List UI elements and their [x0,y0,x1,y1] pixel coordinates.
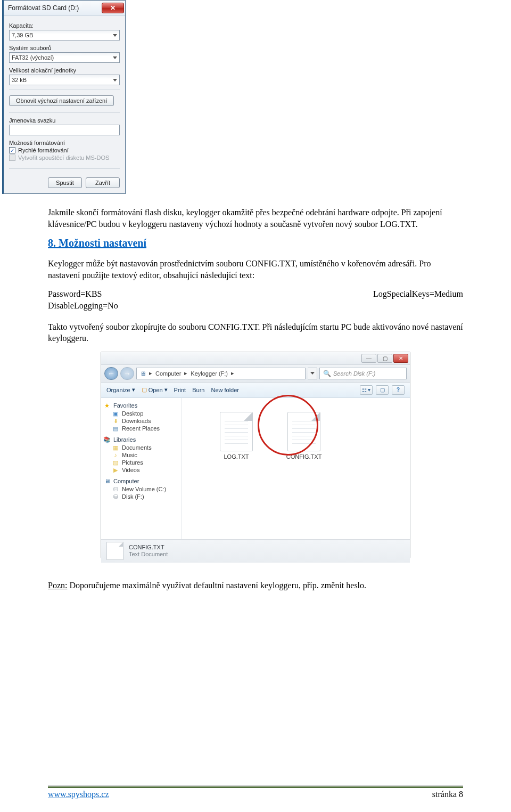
paragraph-1: Jakmile skončí formátování flash disku, … [48,207,463,230]
volume-label: Jmenovka svazku [9,117,120,124]
explorer-window: — ▢ ✕ ← → 🖥 ▸ Computer ▸ Keylogger (F:) … [101,352,410,558]
config-line: DisableLogging=No [48,300,118,312]
preview-pane-button[interactable]: ▢ [376,385,389,395]
window-controls: — ▢ ✕ [101,352,410,365]
sidebar-item-pictures[interactable]: ▧Pictures [103,459,179,466]
chevron-down-icon [113,34,117,37]
paragraph-2: Keylogger může být nastavován prostředni… [48,258,463,281]
quick-format-checkbox[interactable]: ✓ [9,147,15,153]
chevron-down-icon [113,56,117,59]
new-folder-button[interactable]: New folder [211,387,239,393]
maximize-button[interactable]: ▢ [377,354,392,363]
sidebar-item-recent[interactable]: ▤Recent Places [103,425,179,432]
downloads-icon: ⬇ [112,418,119,424]
favorites-icon: ★ [103,402,111,409]
toolbar: Organize ▾ ▢ Open ▾ Print Burn New folde… [101,383,410,398]
dialog-title: Formátovat SD Card (D:) [8,4,79,12]
close-button[interactable]: Zavřít [86,177,120,188]
help-button[interactable]: ? [392,385,405,395]
alloc-label: Velikost alokační jednotky [9,67,120,74]
view-options-button[interactable]: ☷ ▾ [360,385,373,395]
sidebar-item-disk-f[interactable]: ⛁Disk (F:) [103,493,179,500]
sidebar-item-desktop[interactable]: ▣Desktop [103,410,179,417]
quick-format-label: Rychlé formátování [18,147,69,153]
note-text: Doporučujeme maximálně využívat defaultn… [67,581,366,590]
sidebar-item-downloads[interactable]: ⬇Downloads [103,417,179,425]
file-item-log[interactable]: LOG.TXT [210,412,263,460]
divider [9,90,120,90]
libraries-icon: 📚 [103,436,111,443]
msdos-boot-label: Vytvořit spouštěcí disketu MS-DOS [18,155,109,161]
sidebar-libraries[interactable]: Libraries [113,436,136,443]
back-button[interactable]: ← [104,367,118,380]
paragraph-3: Takto vytvořený soubor zkopírujte do sou… [48,321,463,344]
note-paragraph: Pozn: Doporučujeme maximálně využívat de… [48,580,463,591]
alloc-dropdown[interactable]: 32 kB [9,75,120,85]
chevron-down-icon [113,79,117,82]
filesystem-label: Systém souborů [9,45,120,51]
status-filename: CONFIG.TXT [129,544,168,551]
capacity-value: 7,39 GB [12,32,33,38]
file-label: LOG.TXT [210,453,263,460]
divider [9,168,120,169]
search-input[interactable]: 🔍 Search Disk (F:) [319,368,407,379]
restore-defaults-button[interactable]: Obnovit výchozí nastavení zařízení [9,95,114,106]
burn-button[interactable]: Burn [192,387,204,393]
sidebar-item-volume-c[interactable]: ⛁New Volume (C:) [103,485,179,493]
options-label: Možnosti formátování [9,140,120,146]
capacity-dropdown[interactable]: 7,39 GB [9,30,120,40]
status-filetype: Text Document [129,551,168,558]
minimize-button[interactable]: — [361,354,376,363]
config-line: LogSpecialKeys=Medium [373,288,463,300]
computer-icon: 🖥 [103,478,111,484]
sidebar-item-documents[interactable]: ▦Documents [103,444,179,451]
computer-icon: 🖥 [140,370,146,377]
alloc-value: 32 kB [12,77,27,83]
pictures-icon: ▧ [112,459,119,466]
documents-icon: ▦ [112,444,119,451]
folder-icon: ▢ [142,386,147,393]
close-button[interactable]: ✕ [102,3,124,13]
filesystem-dropdown[interactable]: FAT32 (výchozí) [9,52,120,63]
close-button[interactable]: ✕ [393,354,408,363]
status-bar: CONFIG.TXT Text Document [101,539,410,563]
videos-icon: ▶ [112,467,119,473]
breadcrumb-dropdown[interactable] [308,368,317,379]
sidebar-favorites[interactable]: Favorites [113,402,137,409]
file-item-config[interactable]: CONFIG.TXT [277,412,331,460]
dialog-titlebar: Formátovat SD Card (D:) ✕ [4,1,125,16]
msdos-boot-checkbox [9,155,15,161]
divider [9,112,120,113]
start-button[interactable]: Spustit [48,177,82,188]
sidebar-item-music[interactable]: ♪Music [103,451,179,459]
nav-bar: ← → 🖥 ▸ Computer ▸ Keylogger (F:) ▸ 🔍 Se… [101,365,410,383]
drive-icon: ⛁ [112,486,119,492]
footer: www.spyshops.cz stránka 8 [48,786,463,799]
section-heading: 8. Možnosti nastavení [48,237,463,249]
sidebar-computer[interactable]: Computer [113,478,139,484]
file-list[interactable]: LOG.TXT CONFIG.TXT [182,398,410,539]
text-file-icon [287,412,320,451]
organize-menu[interactable]: Organize ▾ [106,386,135,393]
search-icon: 🔍 [323,370,331,377]
file-label: CONFIG.TXT [277,453,331,460]
footer-link[interactable]: www.spyshops.cz [48,790,109,799]
chevron-down-icon [310,372,315,375]
volume-input[interactable] [9,125,120,135]
open-button[interactable]: ▢ Open ▾ [142,386,168,393]
drive-icon: ⛁ [112,493,119,500]
config-line: Password=KBS [48,288,118,300]
breadcrumb-segment[interactable]: Keylogger (F:) [191,370,228,377]
text-file-icon [220,412,253,451]
forward-button[interactable]: → [120,367,134,380]
search-placeholder: Search Disk (F:) [333,370,375,377]
print-button[interactable]: Print [174,387,186,393]
breadcrumb-segment[interactable]: Computer [155,370,181,377]
sidebar: ★Favorites ▣Desktop ⬇Downloads ▤Recent P… [101,398,182,539]
filesystem-value: FAT32 (výchozí) [12,54,54,61]
breadcrumb-bar[interactable]: 🖥 ▸ Computer ▸ Keylogger (F:) ▸ [136,368,306,379]
sidebar-item-videos[interactable]: ▶Videos [103,466,179,474]
desktop-icon: ▣ [112,410,119,417]
music-icon: ♪ [112,452,119,458]
capacity-label: Kapacita: [9,22,120,29]
